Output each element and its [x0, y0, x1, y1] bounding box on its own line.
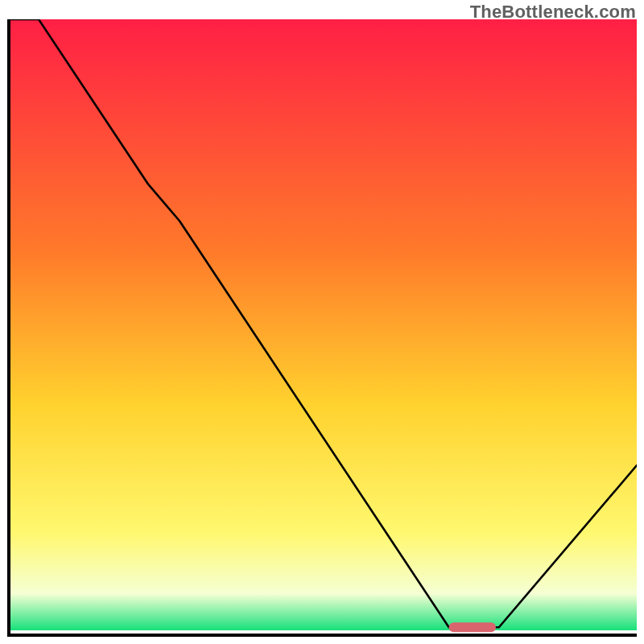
gradient-background	[10, 19, 637, 630]
chart-svg	[10, 19, 637, 634]
optimal-marker	[449, 622, 496, 632]
plot-area	[7, 19, 637, 637]
chart-root: TheBottleneck.com	[0, 0, 644, 644]
